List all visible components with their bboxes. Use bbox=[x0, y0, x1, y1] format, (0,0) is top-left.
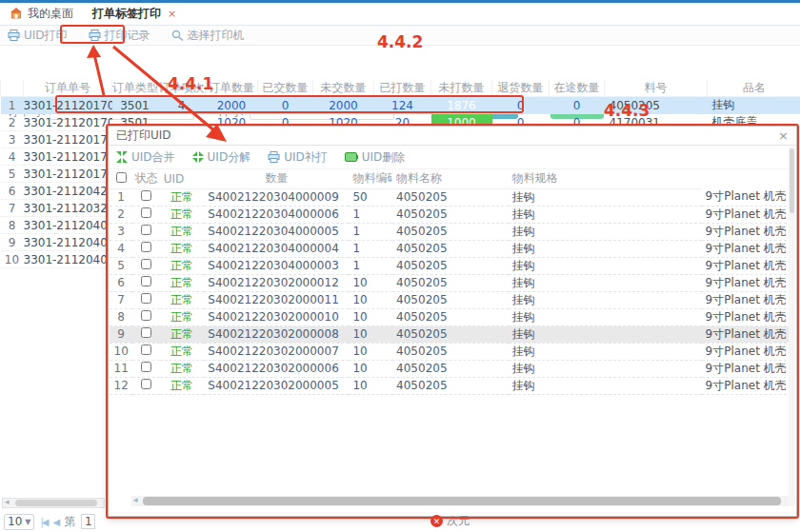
page-size-select[interactable]: 10 ▼ bbox=[4, 514, 34, 530]
row-checkbox-cell bbox=[132, 206, 159, 223]
qty-cell: 10 bbox=[349, 343, 392, 360]
red-close-icon[interactable]: ✕ bbox=[430, 515, 443, 527]
uid-row[interactable]: 3正常S4002122030400000514050205挂钩9寸Planet … bbox=[110, 223, 791, 240]
uid-cell: S40021220302000006 bbox=[204, 360, 349, 377]
uid-split-button[interactable]: UID分解 bbox=[192, 149, 251, 166]
row-checkbox[interactable] bbox=[141, 276, 151, 286]
uid-row[interactable]: 7正常S40021220302000011104050205挂钩9寸Planet… bbox=[110, 291, 791, 308]
material-code-cell: 4050205 bbox=[392, 308, 509, 325]
tab-order-label-print[interactable]: 打单标签打印 × bbox=[83, 3, 186, 26]
uid-column-header: 数量 bbox=[204, 169, 349, 188]
scroll-left-icon[interactable]: ◂ bbox=[5, 497, 10, 506]
uid-cell: S40021220302000010 bbox=[204, 308, 349, 325]
row-checkbox[interactable] bbox=[141, 327, 151, 338]
row-checkbox[interactable] bbox=[141, 225, 151, 235]
float-close-widget[interactable]: ✕ 次元 bbox=[430, 513, 470, 529]
select-all-checkbox[interactable] bbox=[116, 172, 127, 183]
close-icon[interactable]: × bbox=[778, 128, 789, 143]
uid-reprint-label: UID补打 bbox=[284, 149, 328, 166]
row-number-cell: 5 bbox=[1, 166, 24, 183]
order-column-header: 订单类型 bbox=[112, 80, 158, 97]
uid-row[interactable]: 10正常S40021220302000007104050205挂钩9寸Plane… bbox=[110, 343, 791, 360]
qty-cell: 10 bbox=[349, 308, 392, 325]
uid-cell: S40021220302000005 bbox=[204, 377, 349, 394]
uid-horizontal-scrollbar[interactable]: ◂ bbox=[131, 496, 789, 506]
material-code-cell: 4050205 bbox=[392, 274, 509, 291]
uid-merge-button[interactable]: UID合并 bbox=[116, 149, 175, 166]
material-code-cell: 4050205 bbox=[392, 377, 509, 394]
row-checkbox-cell bbox=[132, 308, 159, 325]
uid-row[interactable]: 11正常S40021220302000006104050205挂钩9寸Plane… bbox=[110, 360, 791, 377]
scrollbar-thumb[interactable] bbox=[790, 148, 794, 213]
qty-cell: 1 bbox=[349, 223, 392, 240]
order-row[interactable]: 13301-2112017035014200002000124187600405… bbox=[1, 97, 800, 114]
page-number-input[interactable]: 1 bbox=[81, 514, 95, 529]
qty-cell: 50 bbox=[349, 188, 392, 206]
scrollbar-thumb[interactable] bbox=[15, 500, 97, 506]
uid-row[interactable]: 8正常S40021220302000010104050205挂钩9寸Planet… bbox=[110, 308, 791, 325]
row-checkbox-cell bbox=[132, 188, 159, 206]
row-checkbox[interactable] bbox=[141, 259, 151, 269]
material-spec-cell: 9寸Planet 机壳 bbox=[702, 206, 791, 223]
row-number-cell: 9 bbox=[110, 325, 132, 343]
scroll-left-icon[interactable]: ◂ bbox=[133, 495, 138, 504]
status-cell: 正常 bbox=[160, 343, 205, 360]
uid-row[interactable]: 2正常S4002122030400000614050205挂钩9寸Planet … bbox=[110, 206, 791, 223]
delivered-qty-cell: 0 bbox=[258, 97, 313, 114]
tab-my-desktop[interactable]: 我的桌面 bbox=[0, 3, 83, 26]
row-checkbox[interactable] bbox=[141, 207, 151, 218]
row-number-cell: 6 bbox=[1, 183, 24, 200]
row-checkbox[interactable] bbox=[141, 190, 151, 201]
printed-qty-cell: 124 bbox=[374, 97, 431, 114]
row-checkbox[interactable] bbox=[141, 379, 151, 389]
uid-row[interactable]: 1正常S40021220304000009504050205挂钩9寸Planet… bbox=[110, 188, 791, 206]
uid-row[interactable]: 9正常S40021220302000008104050205挂钩9寸Planet… bbox=[110, 325, 791, 343]
prev-page-button[interactable]: ◀ bbox=[53, 517, 59, 527]
row-checkbox[interactable] bbox=[141, 242, 151, 252]
status-cell: 正常 bbox=[160, 257, 205, 274]
order-column-header: 未打数量 bbox=[431, 80, 492, 97]
chevron-down-icon: ▼ bbox=[25, 518, 30, 526]
material-spec-cell: 9寸Planet 机壳 bbox=[702, 325, 791, 343]
uid-print-button[interactable]: UID打印 bbox=[8, 28, 68, 44]
uid-cell: S40021220304000009 bbox=[204, 188, 349, 206]
order-column-header: 已交数量 bbox=[258, 80, 313, 97]
material-name-cell: 挂钩 bbox=[509, 325, 702, 343]
order-number-cell: 3301-21120170 bbox=[24, 148, 112, 166]
uid-row[interactable]: 4正常S4002122030400000414050205挂钩9寸Planet … bbox=[110, 240, 791, 257]
row-checkbox[interactable] bbox=[141, 310, 151, 321]
order-column-header: 退货数量 bbox=[492, 80, 550, 97]
row-checkbox[interactable] bbox=[141, 362, 151, 372]
row-checkbox[interactable] bbox=[141, 293, 151, 304]
uid-row[interactable]: 6正常S40021220302000012104050205挂钩9寸Planet… bbox=[110, 274, 791, 291]
row-checkbox[interactable] bbox=[141, 345, 151, 355]
uid-delete-button[interactable]: UID删除 bbox=[345, 149, 406, 166]
material-name-cell: 挂钩 bbox=[509, 308, 702, 325]
qty-cell: 10 bbox=[349, 291, 392, 308]
first-page-button[interactable]: |◀ bbox=[40, 517, 47, 527]
uid-table-header-row: 状态UID数量物料编码物料名称物料规格 bbox=[110, 169, 791, 188]
uid-cell: S40021220302000008 bbox=[204, 325, 349, 343]
row-number-cell: 7 bbox=[110, 291, 132, 308]
status-cell: 正常 bbox=[160, 188, 205, 206]
status-cell: 正常 bbox=[160, 325, 205, 343]
print-record-button[interactable]: 打印记录 bbox=[89, 28, 150, 44]
row-number-cell: 7 bbox=[1, 200, 24, 217]
row-number-cell: 6 bbox=[110, 274, 132, 291]
uid-reprint-button[interactable]: UID补打 bbox=[268, 149, 328, 166]
uid-column-header: 物料规格 bbox=[509, 169, 702, 188]
material-spec-cell: 9寸Planet 机壳 bbox=[702, 223, 791, 240]
row-checkbox-cell bbox=[132, 257, 159, 274]
uid-row[interactable]: 12正常S40021220302000005104050205挂钩9寸Plane… bbox=[110, 377, 791, 394]
tab-close-icon[interactable]: × bbox=[168, 8, 176, 20]
uid-cell: S40021220302000011 bbox=[204, 291, 349, 308]
scrollbar-thumb[interactable] bbox=[143, 497, 781, 505]
uid-cell: S40021220302000012 bbox=[204, 274, 349, 291]
select-printer-button[interactable]: 选择打印机 bbox=[171, 28, 245, 44]
uid-row[interactable]: 5正常S4002122030400000314050205挂钩9寸Planet … bbox=[110, 257, 791, 274]
uid-vertical-scrollbar[interactable] bbox=[789, 147, 795, 506]
order-column-header: 订单项次 bbox=[158, 80, 206, 97]
main-horizontal-scrollbar[interactable]: ◂ bbox=[2, 498, 105, 508]
row-number-cell: 1 bbox=[1, 97, 24, 114]
material-name-cell: 挂钩 bbox=[509, 188, 702, 206]
